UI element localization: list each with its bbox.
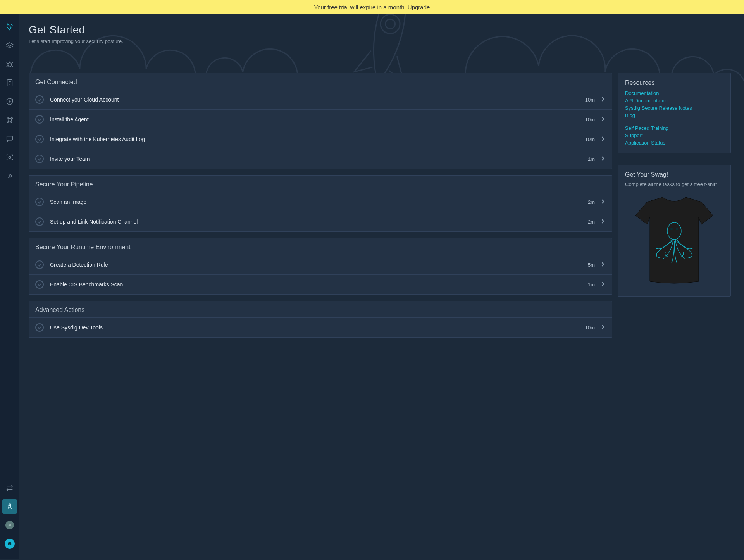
check-icon bbox=[35, 217, 44, 226]
check-icon bbox=[35, 95, 44, 104]
check-icon bbox=[35, 155, 44, 163]
chevron-right-icon bbox=[600, 96, 606, 103]
task-time: 10m bbox=[585, 97, 595, 103]
sidebar-expand[interactable] bbox=[2, 169, 17, 183]
task-row[interactable]: Scan an Image2m bbox=[29, 192, 612, 212]
check-icon bbox=[35, 115, 44, 124]
task-row[interactable]: Invite your Team1m bbox=[29, 149, 612, 169]
task-row[interactable]: Set up and Link Notification Channel2m bbox=[29, 212, 612, 231]
chevron-right-icon bbox=[600, 281, 606, 288]
task-label: Scan an Image bbox=[50, 199, 86, 205]
task-section-title: Secure Your Pipeline bbox=[29, 176, 612, 192]
task-time: 10m bbox=[585, 136, 595, 142]
task-row[interactable]: Install the Agent10m bbox=[29, 109, 612, 129]
resource-link[interactable]: Documentation bbox=[625, 90, 723, 96]
sidebar-item-bug[interactable] bbox=[2, 57, 17, 72]
resources-title: Resources bbox=[625, 79, 723, 86]
resource-link[interactable]: Application Status bbox=[625, 140, 723, 146]
task-time: 10m bbox=[585, 117, 595, 122]
trial-banner-text: Your free trial will expire in a month. bbox=[314, 4, 408, 10]
task-label: Integrate with the Kubernetes Audit Log bbox=[50, 136, 145, 142]
task-row[interactable]: Enable CIS Benchmarks Scan1m bbox=[29, 274, 612, 294]
task-time: 1m bbox=[588, 156, 595, 162]
sidebar-item-layers[interactable] bbox=[2, 38, 17, 53]
upgrade-link[interactable]: Upgrade bbox=[408, 4, 430, 10]
task-row[interactable]: Create a Detection Rule5m bbox=[29, 255, 612, 274]
task-section: Secure Your Runtime EnvironmentCreate a … bbox=[29, 238, 612, 295]
page-title: Get Started bbox=[29, 24, 731, 36]
task-time: 2m bbox=[588, 219, 595, 225]
check-icon bbox=[35, 280, 44, 289]
sidebar-item-get-started[interactable] bbox=[2, 499, 17, 514]
task-section-title: Advanced Actions bbox=[29, 301, 612, 317]
swag-text: Complete all the tasks to get a free t-s… bbox=[625, 181, 723, 187]
task-section: Secure Your PipelineScan an Image2mSet u… bbox=[29, 175, 612, 232]
check-icon bbox=[35, 323, 44, 332]
tshirt-image bbox=[630, 194, 719, 287]
avatar-initials: ST bbox=[5, 521, 14, 529]
svg-point-11 bbox=[11, 121, 12, 123]
task-time: 1m bbox=[588, 282, 595, 288]
chevron-right-icon bbox=[600, 199, 606, 205]
check-icon bbox=[35, 135, 44, 143]
tasks-column: Get ConnectedConnect your Cloud Account1… bbox=[29, 73, 612, 338]
check-icon bbox=[35, 260, 44, 269]
svg-point-20 bbox=[670, 228, 673, 230]
task-time: 10m bbox=[585, 325, 595, 331]
task-label: Connect your Cloud Account bbox=[50, 96, 119, 103]
chevron-right-icon bbox=[600, 136, 606, 143]
task-section: Get ConnectedConnect your Cloud Account1… bbox=[29, 73, 612, 169]
task-label: Use Sysdig Dev Tools bbox=[50, 324, 103, 331]
sidebar-item-shield[interactable] bbox=[2, 94, 17, 109]
svg-point-9 bbox=[11, 118, 13, 119]
task-label: Install the Agent bbox=[50, 116, 89, 122]
resource-link[interactable]: Support bbox=[625, 133, 723, 138]
svg-point-21 bbox=[676, 228, 678, 230]
swag-title: Get Your Swag! bbox=[625, 171, 723, 178]
task-row[interactable]: Connect your Cloud Account10m bbox=[29, 90, 612, 109]
svg-rect-16 bbox=[8, 542, 11, 545]
sidebar-item-graph[interactable] bbox=[2, 113, 17, 128]
sidebar-avatar[interactable]: ST bbox=[2, 518, 17, 532]
sidebar-intercom[interactable] bbox=[2, 536, 17, 551]
task-time: 5m bbox=[588, 262, 595, 268]
trial-banner: Your free trial will expire in a month. … bbox=[0, 0, 744, 14]
resource-link[interactable]: Self Paced Training bbox=[625, 125, 723, 131]
chevron-right-icon bbox=[600, 262, 606, 268]
chevron-right-icon bbox=[600, 156, 606, 162]
chevron-right-icon bbox=[600, 219, 606, 225]
resources-panel: Resources DocumentationAPI Documentation… bbox=[618, 73, 731, 153]
task-section: Advanced ActionsUse Sysdig Dev Tools10m bbox=[29, 301, 612, 338]
task-label: Create a Detection Rule bbox=[50, 262, 108, 268]
svg-point-12 bbox=[9, 156, 11, 159]
brand-icon[interactable] bbox=[2, 20, 17, 34]
task-label: Invite your Team bbox=[50, 156, 90, 162]
svg-point-10 bbox=[8, 122, 9, 123]
resource-link[interactable]: API Documentation bbox=[625, 98, 723, 103]
svg-point-8 bbox=[7, 117, 9, 119]
task-row[interactable]: Integrate with the Kubernetes Audit Log1… bbox=[29, 129, 612, 149]
main: Get Started Let's start improving your s… bbox=[19, 14, 744, 559]
task-label: Enable CIS Benchmarks Scan bbox=[50, 281, 123, 288]
sidebar: ST bbox=[0, 14, 19, 559]
sidebar-item-document[interactable] bbox=[2, 76, 17, 90]
chevron-right-icon bbox=[600, 324, 606, 331]
task-label: Set up and Link Notification Channel bbox=[50, 219, 138, 225]
sidebar-item-capture[interactable] bbox=[2, 150, 17, 165]
resource-link[interactable]: Blog bbox=[625, 112, 723, 118]
svg-marker-0 bbox=[7, 43, 13, 46]
chevron-right-icon bbox=[600, 116, 606, 123]
check-icon bbox=[35, 198, 44, 206]
task-row[interactable]: Use Sysdig Dev Tools10m bbox=[29, 317, 612, 337]
page-subtitle: Let's start improving your security post… bbox=[29, 38, 731, 44]
resource-link[interactable]: Sysdig Secure Release Notes bbox=[625, 105, 723, 111]
task-section-title: Secure Your Runtime Environment bbox=[29, 238, 612, 255]
sidebar-item-switch[interactable] bbox=[2, 481, 17, 495]
svg-point-1 bbox=[8, 62, 11, 67]
task-section-title: Get Connected bbox=[29, 73, 612, 90]
intercom-icon bbox=[5, 539, 15, 549]
swag-panel: Get Your Swag! Complete all the tasks to… bbox=[618, 165, 731, 297]
sidebar-item-chat[interactable] bbox=[2, 131, 17, 146]
svg-point-15 bbox=[9, 505, 10, 506]
task-time: 2m bbox=[588, 199, 595, 205]
